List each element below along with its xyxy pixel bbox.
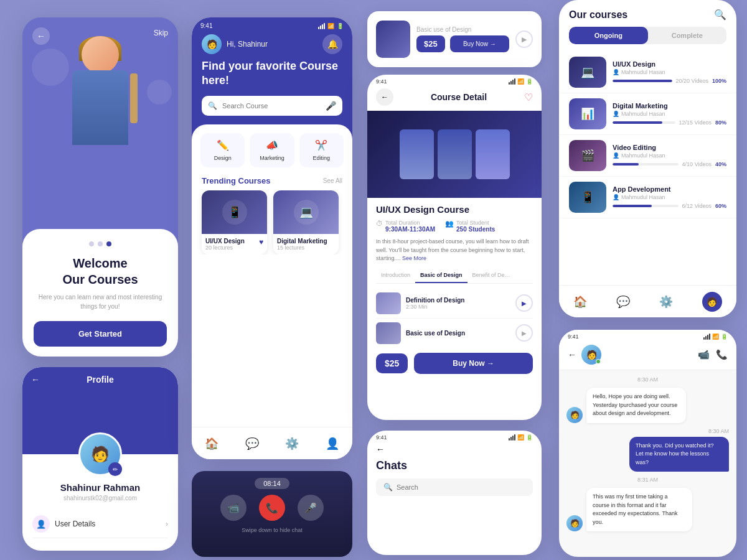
lesson-1-duration: 2:30 Min: [406, 304, 510, 310]
lesson-1-title: Definition of Design: [406, 297, 510, 304]
see-all-button[interactable]: See All: [323, 177, 342, 184]
toggle-ongoing-button[interactable]: Ongoing: [569, 27, 648, 44]
buy-now-button[interactable]: Buy Now →: [414, 353, 533, 374]
price-mini-price: $25: [416, 35, 445, 52]
home-user-avatar: 🧑: [202, 34, 222, 54]
toggle-complete-button[interactable]: Complete: [648, 27, 727, 44]
chat-phone-icon[interactable]: 📞: [716, 349, 728, 360]
detail-back-button[interactable]: ←: [376, 88, 393, 106]
course-row-ux[interactable]: 💻 UI/UX Design 👤Mahmudul Hasan 20/20 Vid…: [559, 52, 736, 93]
price-mini-play-button[interactable]: ▶: [515, 30, 533, 48]
battery-icon: 🔋: [337, 23, 344, 29]
ve-progress-videos: 4/10 Videos: [682, 161, 712, 167]
duration-icon: ⏱: [376, 220, 383, 227]
courses-toggle: Ongoing Complete: [569, 27, 726, 44]
chats-search-icon: 🔍: [383, 483, 393, 492]
ux-course-thumbnail: 💻: [569, 57, 606, 88]
chat-detail-card: 9:41 📶🔋 ← 🧑 📹 📞 8:30 AM: [559, 330, 736, 557]
video-call-button[interactable]: 📹: [220, 495, 247, 521]
user-icon: 👤: [32, 515, 50, 533]
lesson-2-play-button[interactable]: ▶: [515, 324, 533, 342]
course-card-ux[interactable]: 📱 UI/UX Design 20 lectures ♥: [202, 190, 267, 254]
nav-chat-icon[interactable]: 💬: [245, 437, 259, 450]
courses-nav-profile-button[interactable]: 🧑: [702, 292, 722, 312]
profile-edit-button[interactable]: ✏: [108, 462, 122, 476]
course-row-ve[interactable]: 🎬 Video Editing 👤Mahmudul Hasan 4/10 Vid…: [559, 135, 736, 177]
category-design[interactable]: ✏️ Design: [200, 133, 245, 167]
trending-title: Trending Courses: [202, 176, 271, 185]
tab-introduction[interactable]: Introduction: [376, 268, 415, 283]
profile-header-title: Profile: [87, 375, 114, 385]
design-icon: ✏️: [217, 139, 229, 151]
end-call-button[interactable]: 📞: [259, 495, 285, 521]
category-editing[interactable]: ✂️ Editing: [299, 133, 344, 167]
lesson-item-1[interactable]: Definition of Design 2:30 Min ▶: [376, 289, 533, 319]
notification-bell-button[interactable]: 🔔: [322, 34, 342, 54]
price-mini-buy-button[interactable]: Buy Now →: [450, 35, 509, 52]
lesson-item-2[interactable]: Basic use of Design ▶: [376, 319, 533, 348]
detail-heart-button[interactable]: ♡: [524, 91, 533, 103]
chat-time-2: 8:30 AM: [566, 428, 729, 434]
nav-profile-icon[interactable]: 👤: [326, 437, 339, 450]
nav-home-icon[interactable]: 🏠: [205, 437, 218, 450]
chat-back-button[interactable]: ←: [568, 350, 576, 360]
home-time: 9:41: [200, 22, 212, 29]
courses-nav-settings-icon[interactable]: ⚙️: [659, 295, 673, 309]
chats-search-input[interactable]: [397, 483, 525, 491]
courses-nav-chat-icon[interactable]: 💬: [616, 295, 630, 309]
courses-search-icon[interactable]: 🔍: [714, 9, 726, 21]
see-more-button[interactable]: See More: [402, 255, 426, 261]
mic-icon[interactable]: 🎤: [326, 101, 336, 111]
course-dm-lectures: 15 lectures: [277, 245, 335, 251]
search-input[interactable]: [222, 102, 321, 110]
course-card-dm[interactable]: 💻 Digital Marketing 15 lectures: [273, 190, 339, 254]
carousel-dots: [89, 241, 111, 246]
msg-2-avatar: 🧑: [566, 515, 583, 531]
detail-signal-icon: [509, 78, 515, 85]
bell-icon: 🔔: [327, 39, 338, 49]
courses-nav-home-icon[interactable]: 🏠: [573, 295, 587, 309]
profile-card: ← Profile 🧑 ✏ Shahinur Rahman shahinurst…: [22, 367, 178, 551]
course-row-dm[interactable]: 📊 Digital Marketing 👤Mahmudul Hasan 12/1…: [559, 93, 736, 135]
tab-benefit[interactable]: Benefit of Desi...: [467, 268, 517, 283]
detail-statusbar: 9:41 📶🔋: [367, 75, 542, 86]
home-greeting: Hi, Shahinur: [227, 40, 268, 49]
our-courses-title: Our courses: [569, 9, 627, 21]
ux-progress-pct: 20/20 Videos: [676, 78, 708, 84]
welcome-title: Welcome Our Courses: [62, 255, 138, 287]
chats-back-button[interactable]: ←: [376, 444, 385, 454]
chat-messages: 8:30 AM 🧑 Hello, Hope you are doing well…: [559, 370, 736, 538]
ad-progress-bar: [613, 205, 679, 207]
course-ux-heart-icon[interactable]: ♥: [259, 238, 263, 246]
category-design-label: Design: [214, 155, 232, 161]
mute-button[interactable]: 🎤: [298, 495, 324, 521]
course-description: In this 8-hour project-based course, you…: [376, 238, 533, 263]
chat-statusbar: 9:41 📶🔋: [559, 330, 736, 341]
profile-back-button[interactable]: ←: [31, 375, 40, 385]
chat-msg-sent: Thank you. Did you watched it? Let me kn…: [566, 437, 729, 472]
msg-1-avatar: 🧑: [566, 407, 583, 423]
user-details-menu-item[interactable]: 👤 User Details ›: [32, 510, 168, 538]
welcome-card: ← Skip: [22, 17, 178, 357]
chat-msg-received-1: 🧑 Hello, Hope you are doing well. Yester…: [566, 388, 729, 423]
mic-mute-icon: 🎤: [304, 502, 317, 514]
course-price: $25: [376, 353, 408, 373]
dot-1[interactable]: [89, 241, 94, 246]
get-started-button[interactable]: Get Started: [34, 321, 167, 347]
lesson-1-play-button[interactable]: ▶: [515, 294, 533, 312]
price-mini-label: Basic use of Design: [416, 26, 509, 33]
dot-2[interactable]: [98, 241, 103, 246]
wifi-icon: 📶: [327, 23, 334, 29]
ad-course-title: App Development: [613, 185, 726, 193]
category-marketing[interactable]: 📣 Marketing: [250, 133, 294, 167]
dot-3[interactable]: [106, 241, 111, 246]
chat-video-icon[interactable]: 📹: [698, 349, 710, 360]
lesson-2-thumbnail: [376, 322, 401, 344]
course-row-ad[interactable]: 📱 App Development 👤Mahmudul Hasan 6/12 V…: [559, 177, 736, 218]
tab-basic-design[interactable]: Basic of Design: [415, 268, 467, 283]
detail-header-title: Course Detail: [431, 92, 487, 102]
course-dm-title: Digital Marketing: [277, 238, 335, 245]
nav-settings-icon[interactable]: ⚙️: [285, 437, 299, 450]
profile-email: shahinurstk02@gmail.com: [63, 495, 137, 502]
call-card: 08:14 📹 📞 🎤 Swipe down to hide chat: [192, 471, 352, 557]
